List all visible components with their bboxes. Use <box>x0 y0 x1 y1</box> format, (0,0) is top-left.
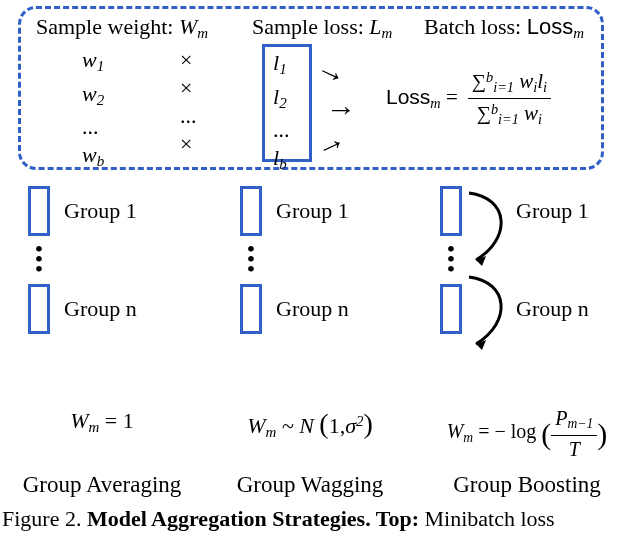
sum-den-sub: i=1 <box>498 111 519 127</box>
avg-rhs: = 1 <box>105 408 134 433</box>
weights-column: w1 w2 ... wb <box>82 46 104 175</box>
boost-T: T <box>565 439 584 460</box>
boost-name: Group Boosting <box>416 472 638 498</box>
avg-equation: Wm = 1 <box>0 408 204 460</box>
sub: m <box>382 25 393 41</box>
sub: m <box>573 25 584 41</box>
boost-arrow-1 <box>464 188 524 272</box>
caption-rest: Minibatch loss <box>419 506 555 531</box>
wag-sq: 2 <box>356 413 363 429</box>
sum-den: ∑ <box>477 102 491 124</box>
times-b: × <box>180 130 197 158</box>
group-box <box>28 284 50 334</box>
eq-eq: = <box>446 85 458 109</box>
avg-m: m <box>89 419 100 435</box>
l2-sub: 2 <box>279 94 286 110</box>
l1-sub: 1 <box>279 61 286 77</box>
label: Sample loss: <box>252 14 364 39</box>
eq-lhs: Loss <box>386 85 430 108</box>
boost-log: = − log <box>478 420 536 442</box>
sum-num: ∑ <box>472 70 486 92</box>
wb: w <box>82 142 97 167</box>
group-n-label: Group n <box>276 296 349 322</box>
wb-sub: b <box>97 153 104 169</box>
lb-sub: b <box>279 156 286 172</box>
l-dots: ... <box>273 117 290 142</box>
header-sample-weight: Sample weight: Wm <box>36 14 208 42</box>
w1: w <box>82 47 97 72</box>
num-wi: w <box>519 69 533 93</box>
den-wi: w <box>524 101 538 125</box>
eq-lhs-sub: m <box>430 95 440 111</box>
wag-equation: Wm ~ N (1,σ2) <box>204 408 416 460</box>
group-1-label: Group 1 <box>64 198 137 224</box>
den-wi-sub: i <box>538 111 542 127</box>
sum-den-sup: b <box>491 101 498 117</box>
label: Batch loss: <box>424 14 521 39</box>
wag-N: ~ N <box>282 413 314 438</box>
wag-m: m <box>265 424 276 440</box>
symbol: L <box>369 14 381 39</box>
group-1-label: Group 1 <box>516 198 589 224</box>
batch-loss-equation: Lossm = ∑bi=1 wili ∑bi=1 wi <box>386 70 551 127</box>
vdots: ••• <box>240 238 262 282</box>
wag-name: Group Wagging <box>204 472 416 498</box>
header-sample-loss: Sample loss: Lm <box>252 14 392 42</box>
boost-Psub: m−1 <box>568 416 594 431</box>
num-li-sub: i <box>543 79 547 95</box>
group-1-label: Group 1 <box>276 198 349 224</box>
header-batch-loss: Batch loss: Lossm <box>424 14 584 42</box>
boost-equation: Wm = − log ( Pm−1 T ) <box>416 408 638 460</box>
sub: m <box>197 25 208 41</box>
group-box <box>440 284 462 334</box>
times-column: × × ... × <box>180 46 197 158</box>
wag-sigma: σ <box>345 413 356 438</box>
times-2: × <box>180 74 197 102</box>
avg-W: W <box>70 408 88 433</box>
boost-W: W <box>447 420 464 442</box>
loss-vector-box: l1 l2 ... lb <box>262 44 312 162</box>
wag-W: W <box>247 413 265 438</box>
col-boosting: Group 1 ••• Group n <box>420 184 630 336</box>
vdots: ••• <box>440 238 462 282</box>
times-dots: ... <box>180 102 197 130</box>
avg-name: Group Averaging <box>0 472 204 498</box>
w1-sub: 1 <box>97 58 104 74</box>
label: Sample weight: <box>36 14 173 39</box>
symbol: Loss <box>527 14 573 39</box>
w-dots: ... <box>82 114 99 139</box>
frac-bar <box>468 98 551 99</box>
sum-num-sub: i=1 <box>493 79 514 95</box>
arrow-mid: → <box>326 92 356 126</box>
group-box <box>240 186 262 236</box>
figure-caption: Figure 2. Model Aggregation Strategies. … <box>0 506 640 532</box>
times-1: × <box>180 46 197 74</box>
group-box <box>240 284 262 334</box>
symbol: W <box>179 14 197 39</box>
w2: w <box>82 81 97 106</box>
col-averaging: Group 1 ••• Group n <box>2 184 202 336</box>
frac-bar <box>551 435 597 436</box>
wag-one: 1, <box>329 413 346 438</box>
boost-m: m <box>463 430 473 445</box>
group-n-label: Group n <box>516 296 589 322</box>
boost-arrow-2 <box>464 272 524 356</box>
w2-sub: 2 <box>97 91 104 107</box>
group-n-label: Group n <box>64 296 137 322</box>
boost-P: P <box>555 407 567 429</box>
col-wagging: Group 1 ••• Group n <box>214 184 414 336</box>
group-box <box>28 186 50 236</box>
eq-fraction: ∑bi=1 wili ∑bi=1 wi <box>468 70 551 127</box>
group-box <box>440 186 462 236</box>
caption-prefix: Figure 2. <box>2 506 87 531</box>
vdots: ••• <box>28 238 50 282</box>
caption-bold: Model Aggregation Strategies. Top: <box>87 506 419 531</box>
